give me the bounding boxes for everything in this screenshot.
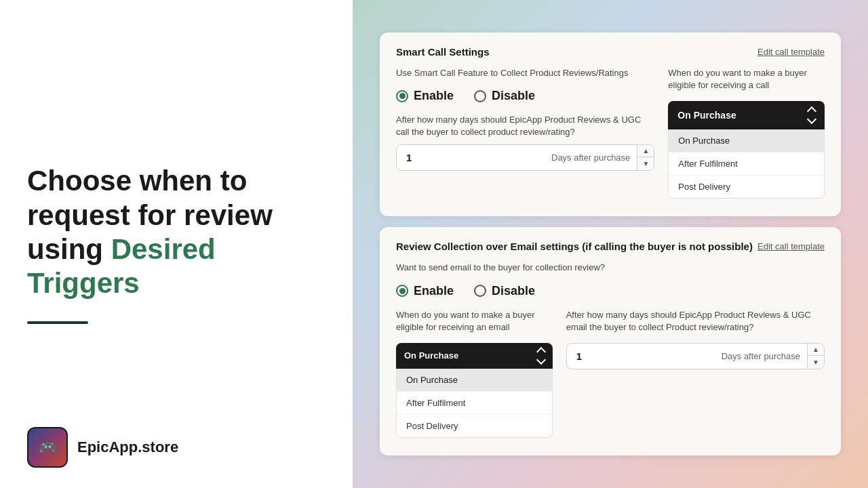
card2-dropdown-arrow [538, 348, 545, 363]
card2-days-suffix: Days after purchase [717, 351, 807, 361]
card2-days-input-wrapper: Days after purchase ▲ ▼ [566, 343, 825, 369]
card2-stepper: ▲ ▼ [807, 344, 824, 368]
card1-when-label: When do you want to make a buyer eligibl… [668, 67, 825, 92]
card1-disable-label: Disable [492, 89, 535, 103]
card2-option-2[interactable]: After Fulfilment [397, 392, 552, 415]
card1-title: Smart Call Settings [396, 46, 490, 58]
card1-stepper-up[interactable]: ▲ [637, 145, 654, 157]
card1-dropdown-selected[interactable]: On Purchase [668, 101, 825, 129]
card1-stepper-down[interactable]: ▼ [637, 157, 654, 169]
card1-dropdown-wrapper: On Purchase On Purchase After Fulfilment… [668, 101, 825, 199]
card1-option-1[interactable]: On Purchase [669, 129, 824, 152]
card2-dropdown-selected[interactable]: On Purchase [396, 343, 553, 369]
card1-disable-radio[interactable] [474, 90, 486, 102]
divider [27, 321, 88, 324]
card2-option-1[interactable]: On Purchase [397, 369, 552, 392]
card2-body: When do you want to make a buyer eligibl… [396, 309, 825, 442]
card2-disable-radio[interactable] [474, 285, 486, 297]
card2-when-label: When do you want to make a buyer eligibl… [396, 309, 553, 333]
card2-left-col: When do you want to make a buyer eligibl… [396, 309, 553, 442]
email-collection-card: Review Collection over Email settings (i… [380, 227, 841, 455]
brand-logo-inner: 🎮 [28, 428, 66, 466]
card1-description: Use Smart Call Feature to Collect Produc… [396, 67, 654, 79]
card1-right-col: When do you want to make a buyer eligibl… [668, 67, 825, 203]
brand-name: EpicApp.store [77, 439, 178, 456]
card1-option-3[interactable]: Post Delivery [669, 176, 824, 198]
card1-dropdown-menu: On Purchase After Fulfilment Post Delive… [668, 129, 825, 199]
right-panel: Smart Call Settings Edit call template U… [353, 0, 868, 488]
brand-footer: 🎮 EpicApp.store [27, 427, 178, 468]
brand-logo: 🎮 [27, 427, 68, 468]
card2-days-label: After how many days should EpicApp Produ… [566, 309, 825, 333]
card1-enable-option[interactable]: Enable [396, 89, 454, 103]
card2-stepper-up[interactable]: ▲ [808, 344, 824, 356]
card1-body: Use Smart Call Feature to Collect Produc… [396, 67, 825, 203]
card1-days-suffix: Days after purchase [547, 152, 637, 163]
card2-arrow-down [536, 355, 546, 365]
card2-dropdown-wrapper: On Purchase On Purchase After Fulfilment… [396, 343, 553, 438]
card1-dropdown-value: On Purchase [677, 110, 736, 121]
card1-days-label: After how many days should EpicApp Produ… [396, 114, 654, 138]
left-panel: Choose when to request for review using … [0, 0, 353, 488]
card1-header: Smart Call Settings Edit call template [396, 46, 825, 58]
card2-radio-group: Enable Disable [396, 284, 825, 298]
card1-days-section: After how many days should EpicApp Produ… [396, 114, 654, 170]
card1-enable-radio[interactable] [396, 90, 408, 102]
card1-left-col: Use Smart Call Feature to Collect Produc… [396, 67, 654, 203]
card2-edit-link[interactable]: Edit call template [757, 241, 825, 251]
card2-enable-option[interactable]: Enable [396, 284, 454, 298]
headline: Choose when to request for review using … [27, 164, 319, 301]
card2-dropdown-menu: On Purchase After Fulfilment Post Delive… [396, 369, 553, 438]
card1-days-input-wrapper: Days after purchase ▲ ▼ [396, 144, 654, 171]
smart-call-card: Smart Call Settings Edit call template U… [380, 33, 841, 216]
card2-dropdown-value: On Purchase [404, 350, 458, 361]
card2-disable-option[interactable]: Disable [474, 284, 535, 298]
card1-enable-label: Enable [414, 89, 454, 103]
card1-disable-option[interactable]: Disable [474, 89, 535, 103]
card2-disable-label: Disable [492, 284, 535, 298]
card1-days-input[interactable] [397, 145, 547, 170]
card2-stepper-down[interactable]: ▼ [808, 356, 824, 368]
card1-option-2[interactable]: After Fulfilment [669, 152, 824, 176]
card2-option-3[interactable]: Post Delivery [397, 415, 552, 437]
card2-want-email-label: Want to send email to the buyer for coll… [396, 262, 825, 274]
card1-arrow-down [807, 115, 816, 124]
card1-edit-link[interactable]: Edit call template [757, 47, 825, 57]
card2-header: Review Collection over Email settings (i… [396, 241, 825, 252]
card2-right-col: After how many days should EpicApp Produ… [566, 309, 825, 442]
brand-icon: 🎮 [39, 439, 57, 456]
card2-title: Review Collection over Email settings (i… [396, 241, 753, 252]
card2-enable-radio[interactable] [396, 285, 408, 297]
card1-radio-group: Enable Disable [396, 89, 654, 103]
card1-dropdown-arrow [808, 108, 815, 123]
card2-days-input[interactable] [567, 344, 717, 369]
card1-stepper: ▲ ▼ [637, 145, 654, 169]
card2-enable-label: Enable [414, 284, 454, 298]
